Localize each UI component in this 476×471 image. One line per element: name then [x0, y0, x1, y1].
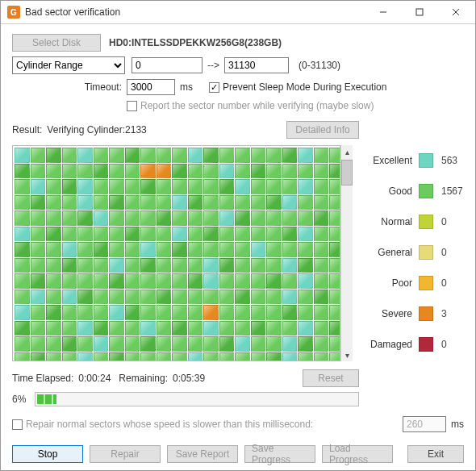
- sector-cell: [298, 242, 313, 257]
- sector-cell: [235, 227, 250, 242]
- sector-cell: [46, 148, 61, 163]
- sector-cell: [140, 195, 156, 210]
- repair-ms-input: [403, 416, 446, 432]
- sector-cell: [125, 227, 140, 242]
- sector-cell: [125, 336, 140, 352]
- sector-cell: [125, 273, 140, 289]
- range-start-input[interactable]: [132, 57, 203, 73]
- legend-swatch: [419, 215, 433, 229]
- legend-name: General: [364, 247, 412, 258]
- sector-cell: [282, 148, 298, 163]
- sector-cell: [157, 273, 172, 289]
- reset-button[interactable]: Reset: [303, 369, 359, 387]
- sector-cell: [298, 227, 313, 242]
- sector-cell: [94, 148, 109, 163]
- sector-cell: [235, 305, 250, 320]
- sector-cell: [62, 273, 77, 289]
- sector-cell: [125, 164, 140, 179]
- sector-cell: [140, 305, 156, 320]
- sector-cell: [62, 195, 77, 210]
- select-disk-button[interactable]: Select Disk: [12, 34, 101, 52]
- sector-cell: [62, 321, 77, 336]
- sector-cell: [94, 290, 109, 305]
- detailed-info-button[interactable]: Detailed Info: [286, 121, 359, 139]
- scroll-thumb[interactable]: [341, 160, 353, 185]
- sector-cell: [219, 290, 235, 305]
- legend-count: 0: [441, 247, 464, 258]
- sector-cell: [203, 148, 219, 163]
- sector-cell: [314, 195, 329, 210]
- sector-cell: [282, 352, 298, 362]
- sector-cell: [15, 321, 30, 336]
- sector-cell: [298, 210, 313, 226]
- stop-button[interactable]: Stop: [12, 445, 83, 463]
- sector-cell: [235, 242, 250, 257]
- legend-swatch: [419, 276, 433, 290]
- sector-cell: [77, 148, 93, 163]
- sector-cell: [203, 290, 219, 305]
- sector-cell: [46, 336, 61, 352]
- sector-cell: [109, 305, 124, 320]
- sector-cell: [188, 258, 203, 273]
- timeout-unit: ms: [180, 81, 193, 93]
- sector-cell: [219, 273, 235, 289]
- sector-cell: [77, 352, 93, 362]
- sector-cell: [266, 227, 282, 242]
- repair-button[interactable]: Repair: [90, 445, 161, 463]
- timeout-input[interactable]: [127, 79, 175, 95]
- sector-cell: [109, 164, 124, 179]
- maximize-button[interactable]: [401, 1, 437, 23]
- sector-cell: [314, 305, 329, 320]
- sector-cell: [62, 242, 77, 257]
- cylinder-range-combo[interactable]: Cylinder Range: [12, 56, 125, 74]
- sector-cell: [15, 179, 30, 194]
- sector-cell: [157, 148, 172, 163]
- minimize-button[interactable]: [365, 1, 401, 23]
- sector-cell: [188, 352, 203, 362]
- legend-count: 1567: [441, 185, 464, 197]
- sector-cell: [251, 164, 266, 179]
- sector-cell: [62, 227, 77, 242]
- sector-cell: [31, 305, 46, 320]
- sector-cell: [282, 179, 298, 194]
- sector-cell: [140, 352, 156, 362]
- sector-cell: [77, 195, 93, 210]
- sector-cell: [266, 336, 282, 352]
- exit-button[interactable]: Exit: [407, 445, 464, 463]
- report-sector-checkbox[interactable]: [127, 101, 137, 111]
- sector-cell: [266, 242, 282, 257]
- sector-cell: [298, 336, 313, 352]
- sector-cell: [31, 210, 46, 226]
- sector-cell: [251, 210, 266, 226]
- prevent-sleep-checkbox[interactable]: [209, 82, 219, 93]
- repair-normal-checkbox[interactable]: [12, 419, 23, 430]
- legend-name: Poor: [364, 277, 412, 289]
- sector-cell: [157, 290, 172, 305]
- sector-cell: [172, 321, 187, 336]
- sector-cell: [31, 321, 46, 336]
- scroll-up-icon[interactable]: ▴: [341, 145, 353, 158]
- sector-cell: [235, 164, 250, 179]
- save-progress-button[interactable]: Save Progress: [244, 445, 315, 463]
- elapsed-label: Time Elapsed:: [12, 373, 73, 384]
- scroll-down-icon[interactable]: ▾: [341, 348, 353, 361]
- save-report-button[interactable]: Save Report: [167, 445, 238, 463]
- sector-cell: [314, 148, 329, 163]
- range-end-input[interactable]: [224, 57, 289, 73]
- sector-cell: [109, 179, 124, 194]
- sector-cell: [31, 336, 46, 352]
- sector-cell: [329, 242, 340, 257]
- elapsed-value: 0:00:24: [78, 373, 111, 384]
- sector-cell: [219, 336, 235, 352]
- sector-cell: [314, 210, 329, 226]
- sector-cell: [15, 305, 30, 320]
- sector-cell: [251, 321, 266, 336]
- sector-cell: [31, 273, 46, 289]
- legend-name: Good: [364, 185, 412, 197]
- sector-cell: [140, 290, 156, 305]
- sector-cell: [15, 258, 30, 273]
- sector-cell: [109, 227, 124, 242]
- load-progress-button[interactable]: Load Progress: [322, 445, 393, 463]
- close-button[interactable]: [437, 1, 474, 23]
- grid-scrollbar[interactable]: ▴ ▾: [340, 145, 353, 361]
